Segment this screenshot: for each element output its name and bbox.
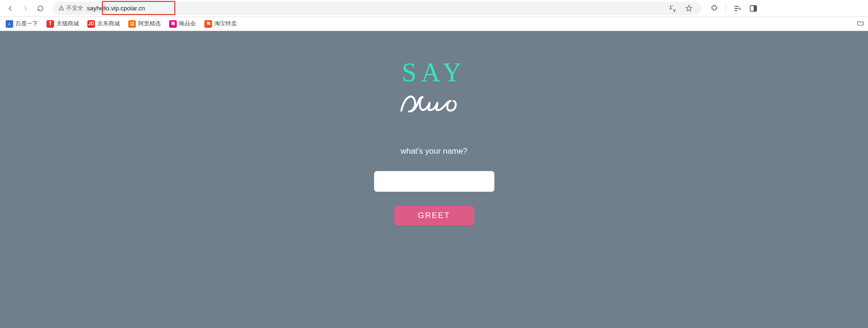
bookmark-icon: 唯 [169,20,177,28]
forward-icon [22,5,29,12]
bookmark-label: 阿里精选 [138,20,161,28]
hello-script-icon: Hello [394,87,474,118]
toolbar-divider [726,4,726,13]
bookmark-icon: ⛬ [6,20,13,28]
title-hello: Hello [394,87,474,120]
reload-button[interactable] [34,2,47,15]
bookmark-icon: ☑ [128,20,136,28]
back-icon [7,5,14,12]
url-text: sayhello.vip.cpolar.cn [87,5,145,12]
reading-list-icon[interactable] [733,4,742,13]
browser-window: 不安全 sayhello.vip.cpolar.cn [0,0,868,328]
side-panel-icon[interactable] [749,4,758,13]
bookmark-icon: JD [87,20,95,28]
forward-button[interactable] [19,2,32,15]
back-button[interactable] [4,2,17,15]
bookmarks-bar: ⛬ 百度一下 T 天猫商城 JD 京东商城 ☑ 阿里精选 唯 唯品会 淘 淘宝特… [0,17,868,31]
name-input[interactable] [374,171,494,192]
bookmark-ali[interactable]: ☑ 阿里精选 [127,19,162,29]
url-toolbar: 不安全 sayhello.vip.cpolar.cn [0,0,868,17]
bookmark-label: 天猫商城 [56,20,79,28]
bookmark-star-icon[interactable] [684,4,694,13]
translate-icon[interactable] [668,4,678,13]
not-secure-label: 不安全 [66,4,83,12]
not-secure-icon [58,5,64,11]
reload-icon [37,5,44,12]
bookmark-jd[interactable]: JD 京东商城 [86,19,121,29]
omnibox-actions [668,4,696,13]
all-bookmarks-icon[interactable] [857,19,864,28]
bookmark-label: 唯品会 [179,20,196,28]
title-say: SAY [402,59,466,86]
page-content: SAY Hello what's your name? GREET [0,31,868,328]
toolbar-right-controls [710,4,758,13]
bookmark-tmall[interactable]: T 天猫商城 [46,19,80,29]
bookmark-icon: T [47,20,54,28]
bookmark-vip[interactable]: 唯 唯品会 [168,19,197,29]
bookmark-label: 淘宝特卖 [214,20,237,28]
svg-rect-1 [754,6,757,11]
bookmark-label: 京东商城 [97,20,120,28]
bookmark-baidu[interactable]: ⛬ 百度一下 [5,19,39,29]
extensions-icon[interactable] [710,4,719,13]
bookmark-icon: 淘 [204,20,212,28]
address-bar[interactable]: 不安全 sayhello.vip.cpolar.cn [53,2,701,15]
greet-button[interactable]: GREET [394,206,474,226]
bookmark-taobao[interactable]: 淘 淘宝特卖 [203,19,238,29]
bookmark-label: 百度一下 [16,20,38,28]
prompt-text: what's your name? [400,147,467,156]
